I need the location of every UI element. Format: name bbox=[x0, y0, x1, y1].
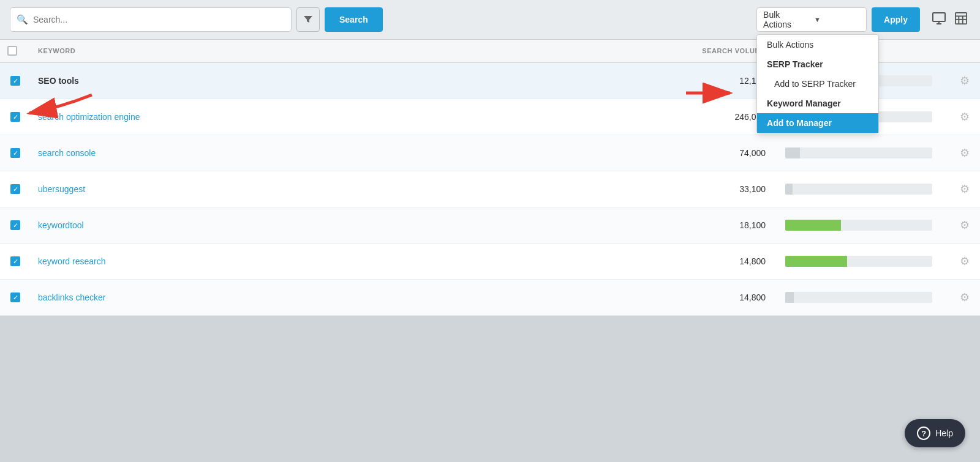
row-checkbox[interactable]: ✓ bbox=[10, 220, 20, 230]
header-check bbox=[0, 46, 31, 56]
bulk-actions-label: Bulk Actions bbox=[763, 10, 809, 29]
keyword-link[interactable]: search console bbox=[38, 148, 96, 158]
gear-icon[interactable]: ⚙ bbox=[960, 146, 970, 160]
gear-cell: ⚙ bbox=[949, 74, 980, 88]
row-checkbox[interactable]: ✓ bbox=[10, 112, 20, 122]
header-keyword: KEYWORD bbox=[31, 47, 643, 54]
table-settings-icon-button[interactable] bbox=[952, 10, 970, 30]
bar-cell bbox=[778, 292, 949, 303]
bar-container bbox=[785, 220, 932, 231]
row-checkbox[interactable]: ✓ bbox=[10, 256, 20, 266]
bar-fill bbox=[785, 184, 793, 195]
row-checkbox[interactable]: ✓ bbox=[10, 148, 20, 158]
row-checkbox[interactable]: ✓ bbox=[10, 184, 20, 194]
keyword-link[interactable]: keyword research bbox=[38, 256, 106, 266]
gear-icon[interactable]: ⚙ bbox=[960, 182, 970, 196]
filter-button[interactable] bbox=[296, 7, 320, 32]
bar-container bbox=[785, 147, 932, 158]
menu-item-add-to-manager[interactable]: Add to Manager bbox=[757, 113, 878, 133]
bar-cell bbox=[778, 256, 949, 267]
table-settings-icon bbox=[954, 12, 968, 24]
keyword-link[interactable]: backlinks checker bbox=[38, 292, 106, 302]
keyword-cell: search optimization engine bbox=[31, 112, 643, 122]
bar-container bbox=[785, 292, 932, 303]
table-row: ✓ keywordtool 18,100 ⚙ bbox=[0, 207, 980, 244]
gear-cell: ⚙ bbox=[949, 255, 980, 268]
gear-cell: ⚙ bbox=[949, 218, 980, 232]
gear-icon[interactable]: ⚙ bbox=[960, 255, 970, 268]
keyword-cell: keywordtool bbox=[31, 220, 643, 230]
svg-rect-0 bbox=[933, 13, 945, 21]
table-row: ✓ backlinks checker 14,800 ⚙ bbox=[0, 280, 980, 316]
bulk-actions-menu: Bulk Actions SERP Tracker Add to SERP Tr… bbox=[756, 34, 879, 133]
menu-section-serp-tracker: SERP Tracker bbox=[757, 54, 878, 74]
menu-item-add-serp-tracker[interactable]: Add to SERP Tracker bbox=[757, 74, 878, 94]
table-row: ✓ keyword research 14,800 ⚙ bbox=[0, 244, 980, 280]
chevron-down-icon: ▼ bbox=[814, 16, 860, 23]
gear-icon[interactable]: ⚙ bbox=[960, 291, 970, 304]
keyword-cell: SEO tools bbox=[31, 76, 643, 86]
gear-cell: ⚙ bbox=[949, 146, 980, 160]
keyword-cell: keyword research bbox=[31, 256, 643, 266]
row-checkbox-cell: ✓ bbox=[0, 76, 31, 86]
menu-item-bulk-actions[interactable]: Bulk Actions bbox=[757, 35, 878, 54]
keyword-link[interactable]: keywordtool bbox=[38, 220, 84, 230]
volume-cell: 14,800 bbox=[643, 256, 778, 266]
bar-cell bbox=[778, 220, 949, 231]
bar-fill bbox=[785, 220, 841, 231]
gear-icon[interactable]: ⚙ bbox=[960, 74, 970, 88]
gear-cell: ⚙ bbox=[949, 291, 980, 304]
bulk-actions-dropdown[interactable]: Bulk Actions ▼ bbox=[756, 7, 867, 32]
apply-button[interactable]: Apply bbox=[872, 7, 920, 32]
row-checkbox-cell: ✓ bbox=[0, 184, 31, 194]
bar-container bbox=[785, 256, 932, 267]
volume-cell: 18,100 bbox=[643, 220, 778, 230]
volume-cell: 33,100 bbox=[643, 184, 778, 194]
toolbar: 🔍 Search Bulk Actions ▼ Bulk Actions SER… bbox=[0, 0, 980, 40]
help-label: Help bbox=[935, 428, 953, 438]
monitor-icon bbox=[932, 12, 946, 24]
row-checkbox[interactable]: ✓ bbox=[10, 292, 20, 302]
row-checkbox-cell: ✓ bbox=[0, 256, 31, 266]
keyword-link[interactable]: search optimization engine bbox=[38, 112, 140, 122]
bar-fill bbox=[785, 147, 800, 158]
gear-cell: ⚙ bbox=[949, 110, 980, 124]
bar-cell bbox=[778, 184, 949, 195]
bar-container bbox=[785, 184, 932, 195]
search-icon: 🔍 bbox=[17, 14, 28, 25]
row-checkbox-cell: ✓ bbox=[0, 220, 31, 230]
table-row: ✓ ubersuggest 33,100 ⚙ bbox=[0, 171, 980, 207]
bar-fill bbox=[785, 292, 794, 303]
gear-icon[interactable]: ⚙ bbox=[960, 110, 970, 124]
monitor-icon-button[interactable] bbox=[930, 10, 948, 30]
gear-cell: ⚙ bbox=[949, 182, 980, 196]
search-button[interactable]: Search bbox=[325, 7, 383, 32]
bar-fill bbox=[785, 256, 847, 267]
gear-icon[interactable]: ⚙ bbox=[960, 218, 970, 232]
volume-cell: 14,800 bbox=[643, 292, 778, 302]
bulk-actions-wrapper: Bulk Actions ▼ Bulk Actions SERP Tracker… bbox=[756, 7, 867, 32]
keyword-link[interactable]: ubersuggest bbox=[38, 184, 85, 194]
menu-section-keyword-manager: Keyword Manager bbox=[757, 94, 878, 113]
help-icon: ? bbox=[917, 427, 930, 440]
bar-cell bbox=[778, 147, 949, 158]
search-box: 🔍 bbox=[10, 7, 292, 32]
volume-cell: 74,000 bbox=[643, 148, 778, 158]
row-checkbox-cell: ✓ bbox=[0, 148, 31, 158]
keyword-cell: ubersuggest bbox=[31, 184, 643, 194]
table-row: ✓ search console 74,000 ⚙ bbox=[0, 135, 980, 171]
search-input[interactable] bbox=[33, 15, 285, 24]
help-button[interactable]: ? Help bbox=[905, 419, 965, 447]
keyword-text: SEO tools bbox=[38, 76, 79, 86]
select-all-checkbox[interactable] bbox=[7, 46, 17, 56]
keyword-cell: search console bbox=[31, 148, 643, 158]
row-checkbox-cell: ✓ bbox=[0, 292, 31, 302]
svg-rect-1 bbox=[956, 12, 967, 23]
row-checkbox[interactable]: ✓ bbox=[10, 76, 20, 86]
keyword-cell: backlinks checker bbox=[31, 292, 643, 302]
filter-icon bbox=[303, 15, 313, 24]
row-checkbox-cell: ✓ bbox=[0, 112, 31, 122]
